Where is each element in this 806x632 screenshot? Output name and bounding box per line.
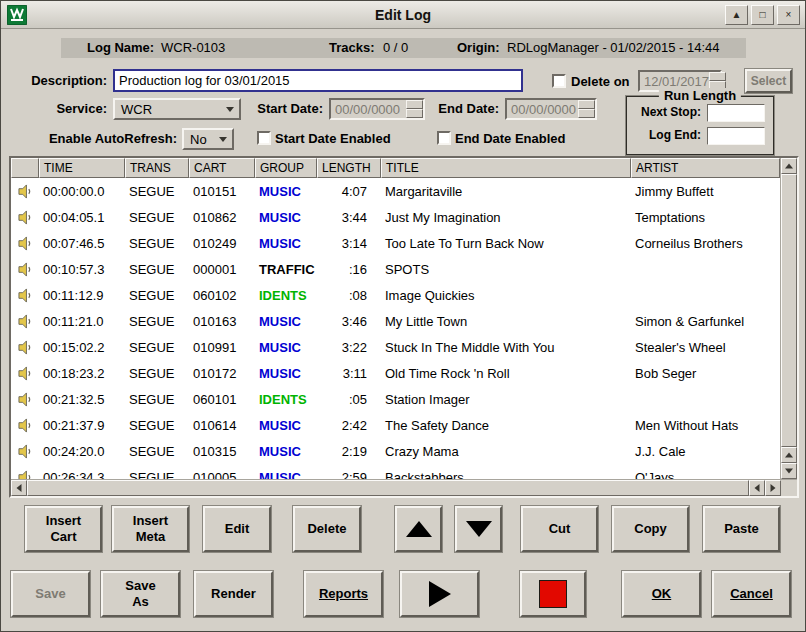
spin-up-icon[interactable] <box>578 100 595 109</box>
maximize-icon[interactable]: □ <box>751 5 774 25</box>
row-title: Stuck In The Middle With You <box>381 340 631 355</box>
description-label: Description: <box>1 73 107 88</box>
log-row[interactable]: 00:10:57.3SEGUE000001TRAFFIC:16SPOTS <box>11 256 780 282</box>
render-button[interactable]: Render <box>194 571 273 617</box>
start-date-spinner[interactable]: 00/00/0000 <box>329 98 425 120</box>
row-title: Old Time Rock 'n Roll <box>381 366 631 381</box>
row-length: 3:22 <box>317 340 381 355</box>
play-button[interactable] <box>400 571 479 617</box>
row-trans: SEGUE <box>125 288 189 303</box>
scroll-up-icon[interactable] <box>781 158 797 174</box>
log-row[interactable]: 00:18:23.2SEGUE010172MUSIC3:11Old Time R… <box>11 360 780 386</box>
run-length-group: Run Length Next Stop: Log End: <box>626 96 774 155</box>
row-artist: J.J. Cale <box>631 444 780 459</box>
vertical-scrollbar[interactable] <box>780 158 797 479</box>
row-length: :16 <box>317 262 381 277</box>
row-title: Margaritaville <box>381 184 631 199</box>
move-up-button[interactable] <box>395 506 442 552</box>
row-trans: SEGUE <box>125 392 189 407</box>
horizontal-scroll-thumb[interactable] <box>27 480 749 496</box>
vertical-scroll-thumb[interactable] <box>781 174 797 447</box>
speaker-icon <box>11 210 39 225</box>
row-length: 4:07 <box>317 184 381 199</box>
header-icon-column[interactable] <box>11 158 39 178</box>
up-arrow-icon <box>406 521 432 537</box>
log-row[interactable]: 00:21:32.5SEGUE060101IDENTS:05Station Im… <box>11 386 780 412</box>
cancel-button[interactable]: Cancel <box>712 571 791 617</box>
rivendell-app-icon <box>7 5 27 25</box>
autorefresh-combo[interactable]: No <box>182 128 234 150</box>
save-button[interactable]: Save <box>11 571 90 617</box>
log-row[interactable]: 00:00:00.0SEGUE010151MUSIC4:07Margaritav… <box>11 178 780 204</box>
spin-down-icon[interactable] <box>406 109 423 118</box>
header-title[interactable]: TITLE <box>381 158 631 178</box>
end-date-enabled-checkbox[interactable] <box>437 131 451 145</box>
shade-icon[interactable]: ▲ <box>725 5 748 25</box>
insert-cart-button[interactable]: Insert Cart <box>25 506 102 552</box>
delete-button[interactable]: Delete <box>293 506 361 552</box>
header-artist[interactable]: ARTIST <box>631 158 780 178</box>
log-row[interactable]: 00:04:05.1SEGUE010862MUSIC3:44Just My Im… <box>11 204 780 230</box>
scroll-down-icon[interactable] <box>781 463 797 479</box>
header-time[interactable]: TIME <box>39 158 125 178</box>
scroll-left-icon[interactable] <box>749 480 765 496</box>
speaker-icon <box>11 262 39 277</box>
row-time: 00:10:57.3 <box>39 262 125 277</box>
speaker-icon <box>11 418 39 433</box>
stop-button[interactable] <box>520 571 586 617</box>
row-title: Backstabbers <box>381 470 631 480</box>
log-row[interactable]: 00:11:12.9SEGUE060102IDENTS:08Image Quic… <box>11 282 780 308</box>
row-artist: Temptations <box>631 210 780 225</box>
start-date-enabled-checkbox[interactable] <box>257 131 271 145</box>
log-row[interactable]: 00:07:46.5SEGUE010249MUSIC3:14Too Late T… <box>11 230 780 256</box>
row-cart: 010862 <box>189 210 255 225</box>
row-cart: 010249 <box>189 236 255 251</box>
copy-button[interactable]: Copy <box>612 506 689 552</box>
delete-on-checkbox[interactable] <box>552 74 566 88</box>
row-time: 00:00:00.0 <box>39 184 125 199</box>
end-date-spinner[interactable]: 00/00/0000 <box>505 98 597 120</box>
paste-button[interactable]: Paste <box>703 506 780 552</box>
header-group[interactable]: GROUP <box>255 158 317 178</box>
row-group: MUSIC <box>255 418 317 433</box>
log-row[interactable]: 00:15:02.2SEGUE010991MUSIC3:22Stuck In T… <box>11 334 780 360</box>
horizontal-scrollbar[interactable] <box>11 480 781 496</box>
tracks-label: Tracks: <box>329 38 375 58</box>
start-date-enabled-label: Start Date Enabled <box>275 131 391 146</box>
reports-button[interactable]: Reports <box>304 571 383 617</box>
window-title: Edit Log <box>1 7 805 23</box>
spin-up-icon[interactable] <box>709 72 726 81</box>
autorefresh-value: No <box>190 132 207 147</box>
edit-button[interactable]: Edit <box>203 506 271 552</box>
spin-up-icon[interactable] <box>406 100 423 109</box>
end-date-enabled-label: End Date Enabled <box>455 131 566 146</box>
description-input[interactable] <box>113 69 523 92</box>
spin-down-icon[interactable] <box>578 109 595 118</box>
move-down-button[interactable] <box>455 506 502 552</box>
scroll-right-icon[interactable] <box>765 480 781 496</box>
close-icon[interactable]: × <box>777 5 800 25</box>
row-title: SPOTS <box>381 262 631 277</box>
header-trans[interactable]: TRANS <box>125 158 189 178</box>
header-length[interactable]: LENGTH <box>317 158 381 178</box>
row-trans: SEGUE <box>125 210 189 225</box>
log-row[interactable]: 00:21:37.9SEGUE010614MUSIC2:42The Safety… <box>11 412 780 438</box>
cut-button[interactable]: Cut <box>521 506 598 552</box>
header-cart[interactable]: CART <box>189 158 255 178</box>
insert-meta-button[interactable]: Insert Meta <box>112 506 189 552</box>
log-row[interactable]: 00:24:20.0SEGUE010315MUSIC2:19Crazy Mama… <box>11 438 780 464</box>
select-date-button[interactable]: Select <box>745 69 792 93</box>
scroll-left-icon[interactable] <box>11 480 27 496</box>
log-row[interactable]: 00:26:34.3SEGUE010005MUSIC2:59Backstabbe… <box>11 464 780 479</box>
row-time: 00:18:23.2 <box>39 366 125 381</box>
scroll-up-icon[interactable] <box>781 447 797 463</box>
row-length: 3:44 <box>317 210 381 225</box>
ok-button[interactable]: OK <box>622 571 701 617</box>
row-title: Crazy Mama <box>381 444 631 459</box>
row-length: 3:14 <box>317 236 381 251</box>
row-length: 2:19 <box>317 444 381 459</box>
row-time: 00:24:20.0 <box>39 444 125 459</box>
save-as-button[interactable]: Save As <box>101 571 180 617</box>
log-row[interactable]: 00:11:21.0SEGUE010163MUSIC3:46My Little … <box>11 308 780 334</box>
service-combo[interactable]: WCR <box>113 98 241 120</box>
